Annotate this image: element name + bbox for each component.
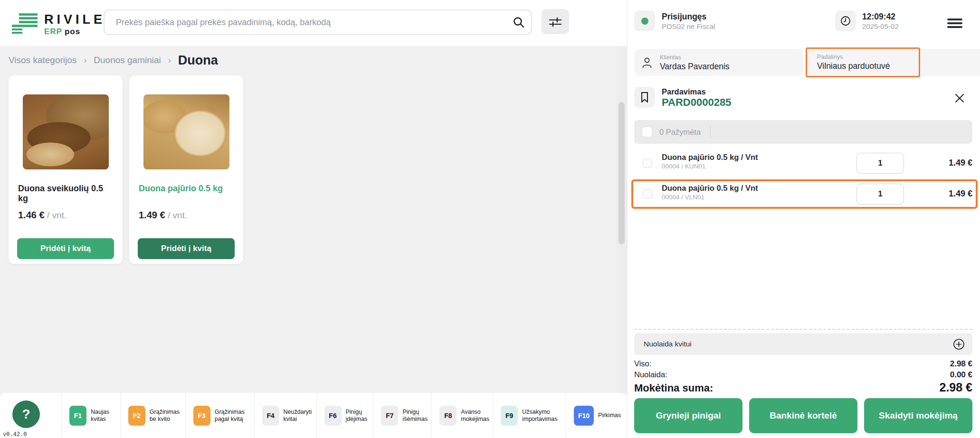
pos-app: RIVILE ERPpos Visos kategorijos	[0, 0, 980, 438]
payable-value: 2.98 €	[939, 381, 972, 394]
add-to-receipt-button[interactable]: Pridėti į kvitą	[17, 238, 114, 259]
menu-button[interactable]	[947, 19, 962, 28]
search-icon[interactable]	[506, 16, 531, 28]
item-name: Duona pajūrio 0.5 kg / Vnt	[662, 184, 758, 193]
breadcrumb-separator: ›	[84, 56, 86, 65]
function-bar: ? v0.42.0 F1 Naujas kvitas F2 Grąžinimas…	[0, 393, 627, 438]
fkey-advance-payment[interactable]: F8 Avanso mokėjimas	[432, 393, 493, 438]
brand-name: RIVILE	[44, 12, 105, 27]
filter-button[interactable]	[542, 9, 569, 34]
f7-key-badge: F7	[381, 406, 398, 426]
product-title: Duona pajūrio 0.5 kg	[139, 184, 234, 194]
receipt-line-item-highlighted[interactable]: Duona pajūrio 0.5 kg / Vnt 00004 / VLN01…	[631, 179, 978, 209]
current-date: 2025-05-02	[862, 22, 899, 31]
item-code: 00004 / KUN01	[662, 163, 705, 170]
status-label: Prisijungęs	[662, 12, 715, 22]
divider	[710, 126, 711, 138]
item-code: 00004 / VLN01	[662, 194, 704, 201]
f6-key-badge: F6	[324, 406, 342, 426]
breadcrumb-all-categories[interactable]: Visos kategorijos	[9, 55, 76, 65]
catalog-area: Visos kategorijos › Duonos gaminiai › Du…	[0, 46, 617, 393]
bookmark-icon	[641, 92, 648, 103]
selection-bar: 0 Pažymėta	[634, 120, 972, 144]
branch-label: Padalinys	[817, 53, 980, 61]
fkey-purchase[interactable]: F10 Pirkimas	[566, 393, 627, 438]
f4-key-badge: F4	[262, 406, 279, 426]
product-image	[143, 94, 229, 169]
app-version: v0.42.0	[3, 431, 27, 438]
app-logo: RIVILE ERPpos	[12, 12, 105, 37]
search-input[interactable]	[105, 18, 506, 28]
scrollbar-thumb[interactable]	[618, 102, 625, 244]
breadcrumb-current: Duona	[178, 53, 218, 68]
fkey-return-by-receipt[interactable]: F3 Grąžinimas pagal kvitą	[186, 393, 255, 438]
clock-chip	[835, 10, 856, 31]
product-unit: / vnt.	[165, 210, 187, 220]
product-card: Duona pajūrio 0.5 kg 1.49 € / vnt. Pridė…	[129, 75, 243, 264]
subtotal-value: 2.98 €	[950, 359, 972, 369]
logo-bars-icon	[12, 12, 38, 34]
catalog-scrollbar[interactable]	[617, 46, 627, 393]
breadcrumb-bread-products[interactable]: Duonos gaminiai	[94, 55, 161, 65]
brand-erp: ERP	[44, 27, 62, 36]
sale-chip	[634, 87, 655, 108]
quantity-input[interactable]	[856, 184, 904, 205]
receipt-discount-row[interactable]: Nuolaida kvitui	[634, 333, 972, 355]
discount-row-label: Nuolaida kvitui	[644, 340, 953, 348]
customer-name: Vardas Pavardenis	[660, 61, 730, 72]
connection-status	[634, 10, 655, 31]
f1-key-badge: F1	[69, 406, 86, 426]
receipt-panel: Prisijungęs POS02 ne Fiscal 12:09:42 202…	[627, 0, 980, 438]
cash-payment-button[interactable]: Grynieji pinigai	[634, 398, 742, 433]
selection-count: 0 Pažymėta	[659, 128, 701, 137]
product-image	[23, 94, 109, 169]
fkey-cash-out[interactable]: F7 Pinigų išėmimas	[373, 393, 432, 438]
customer-selector[interactable]: Klientas Vardas Pavardenis	[634, 49, 803, 76]
filter-sliders-icon	[549, 16, 562, 28]
add-discount-button[interactable]	[953, 338, 965, 350]
sale-number: PARD0000285	[662, 96, 731, 109]
product-card: Duona sveikuolių 0.5 kg 1.46 € / vnt. Pr…	[9, 75, 123, 264]
breadcrumb-separator: ›	[168, 56, 171, 65]
receipt-line-item[interactable]: Duona pajūrio 0.5 kg / Vnt 00004 / KUN01…	[634, 150, 972, 177]
fkey-return-no-receipt[interactable]: F2 Grąžinimas be kvito	[121, 393, 186, 438]
close-receipt-button[interactable]	[953, 92, 966, 104]
dashed-divider	[634, 329, 972, 330]
card-payment-button[interactable]: Bankinė kortelė	[749, 398, 857, 433]
sale-label: Pardavimas	[662, 87, 731, 96]
help-question-icon: ?	[22, 407, 30, 422]
fkey-cash-in[interactable]: F6 Pinigų įdėjimas	[317, 393, 374, 438]
fkey-open-receipts[interactable]: F4 Neuždaryti kvitai	[255, 393, 317, 438]
payable-label: Mokėtina suma:	[634, 382, 713, 394]
discount-value: 0.00 €	[950, 370, 972, 380]
add-to-receipt-button[interactable]: Pridėti į kvitą	[138, 238, 235, 259]
product-unit: / vnt.	[45, 210, 67, 220]
close-icon	[954, 93, 965, 103]
fkey-order-import[interactable]: F9 Užsakymo importavimas	[493, 393, 566, 438]
status-detail: POS02 ne Fiscal	[662, 22, 715, 31]
f8-key-badge: F8	[439, 406, 457, 426]
branch-selector[interactable]: Padalinys Vilniaus parduotuvė	[807, 49, 980, 76]
item-price: 1.49 €	[949, 189, 972, 199]
online-status-dot	[641, 18, 648, 25]
product-search	[104, 9, 532, 35]
split-payment-button[interactable]: Skaidyti mokėjimą	[864, 398, 972, 433]
item-checkbox[interactable]	[643, 158, 652, 168]
brand-pos: pos	[65, 27, 80, 36]
product-price: 1.49 €	[139, 210, 165, 220]
item-name: Duona pajūrio 0.5 kg / Vnt	[662, 153, 758, 162]
item-price: 1.49 €	[949, 158, 972, 168]
current-time: 12:09:42	[862, 12, 899, 22]
f9-key-badge: F9	[501, 406, 518, 426]
fkey-new-receipt[interactable]: F1 Naujas kvitas	[62, 393, 121, 438]
help-button[interactable]: ?	[12, 401, 40, 428]
select-all-checkbox[interactable]	[642, 127, 652, 137]
item-checkbox[interactable]	[643, 189, 652, 199]
quantity-input[interactable]	[856, 153, 904, 174]
f3-key-badge: F3	[193, 406, 210, 426]
discount-label: Nuolaida:	[634, 370, 667, 380]
plus-circle-icon	[953, 338, 965, 350]
branch-name: Vilniaus parduotuvė	[817, 61, 980, 71]
product-grid: Duona sveikuolių 0.5 kg 1.46 € / vnt. Pr…	[9, 75, 243, 264]
product-title: Duona sveikuolių 0.5 kg	[18, 184, 113, 204]
